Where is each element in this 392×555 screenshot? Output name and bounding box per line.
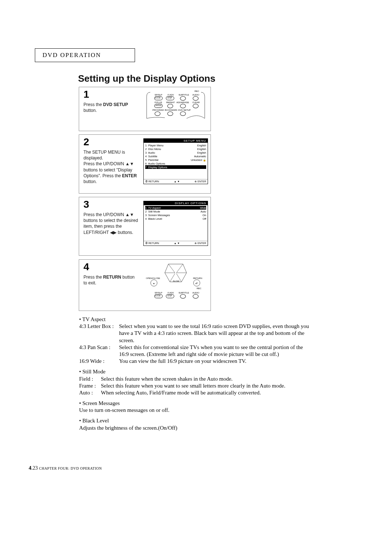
header-text: DVD OPERATION [42,52,101,58]
remote-label: SUBTITLE [179,292,189,294]
step-instruction: Press the UP/DOWN ▲▼ buttons to select t… [83,212,139,235]
desc-term: Frame : [79,382,101,389]
text-fragment: Press the UP/DOWN ▲▼ buttons to select t… [83,212,138,235]
remote-illustration: OPEN/CLOSE SLOW RETURN REC ▲ ↶ SP/SLP F.… [143,262,208,308]
menu-list: 1 Player MenuEnglish 2 Disc MenuEnglish … [144,143,208,170]
desc-term: Auto : [79,389,101,396]
menu-list: 1 TV AspectWide 2 Still ModeAuto 3 Scree… [144,205,208,222]
desc-body: Adjusts the brightness of the screen.(On… [79,425,311,432]
footer-enter: ⊕ ENTER [195,180,206,183]
desc-head: TV Aspect [79,316,311,323]
desc-row: 4:3 Letter Box : Select when you want to… [79,323,311,344]
desc-tv-aspect: TV Aspect 4:3 Letter Box : Select when y… [79,316,311,365]
description-block: TV Aspect 4:3 Letter Box : Select when y… [79,316,311,435]
step-1: 1 Press the DVD SETUP button. REC SP/SLP… [79,87,211,131]
desc-defn: Select this feature when the screen shak… [101,376,311,382]
section-header: DVD OPERATION [35,48,135,62]
desc-defn: Select this feature when you want to see… [101,382,311,389]
footer-arrows: ▲ ▼ [174,180,180,183]
menu-row-selected: 1 TV AspectWide [145,206,206,210]
menu-row: 4 SubtitleAutomatic [145,154,206,158]
desc-screen-messages: Screen Messages Use to turn on-screen me… [79,400,311,414]
remote-label-zoom: ZOOM [155,295,160,297]
desc-row: Field : Select this feature when the scr… [79,376,311,382]
menu-row: 2 Disc MenuEnglish [145,147,206,151]
menu-row-selected: 7 Display Options [145,165,206,169]
menu-row: 6 Audio Options [145,162,206,165]
desc-term: 4:3 Letter Box : [79,323,119,344]
text-bold: DVD SETUP [103,102,128,107]
remote-label-rec: REC [197,287,201,289]
desc-body: Use to turn on-screen messages on or off… [79,407,311,414]
remote-label: SP/SLP [155,292,162,294]
desc-row: Auto : When selecting Auto, Field/Frame … [79,389,311,396]
step-2: 2 The SETUP MENU is displayed. Press the… [79,134,211,194]
menu-footer: ⦿ RETURN ▲ ▼ ⊕ ENTER [144,241,208,246]
desc-defn: Select when you want to see the total 16… [119,323,311,344]
text-fragment: button. [83,108,97,113]
menu-row: 5 ParentalUnlocked 🔓 [145,158,206,162]
remote-label-step: STEP [167,295,172,297]
footer-return: ⦿ RETURN [145,180,159,183]
chapter-label: CHAPTER FOUR: DVD OPERATION [39,466,102,470]
step-number: 4 [83,261,89,273]
text-fragment: button. [83,179,97,184]
remote-label-return: RETURN [193,277,202,279]
menu-footer: ⦿ RETURN ▲ ▼ ⊕ ENTER [144,179,208,184]
menu-title: DISPLAY OPTIONS [144,201,208,205]
desc-defn: When selecting Auto, Field/Frame mode wi… [101,389,311,396]
return-icon: ↶ [195,282,198,285]
menu-row: 2 Still ModeAuto [145,210,206,213]
text-fragment: Press the [83,102,103,107]
footer-return: ⦿ RETURN [145,242,159,245]
step-instruction: The SETUP MENU is displayed. Press the U… [83,149,139,185]
step-4: 4 Press the RETURN button to exit. [79,259,211,311]
desc-still-mode: Still Mode Field : Select this feature w… [79,368,311,396]
step-3: 3 Press the UP/DOWN ▲▼ buttons to select… [79,197,211,256]
text-bold: RETURN [103,275,121,280]
remote-label-slow: SLOW [173,280,179,282]
desc-term: 4:3 Pan Scan : [79,344,119,358]
page-footer: 4.23 CHAPTER FOUR: DVD OPERATION [29,465,102,471]
desc-term: 16:9 Wide : [79,358,119,365]
menu-illustration: SETUP MENU 1 Player MenuEnglish 2 Disc M… [143,137,208,191]
menu-row: 4 Black LevelOff [145,217,206,220]
step-number: 2 [83,136,89,148]
menu-row: 1 Player MenuEnglish [145,143,206,147]
remote-button [180,294,186,299]
desc-defn: Select this for conventional size TVs wh… [119,344,311,358]
remote-label: AUDIO [192,292,199,294]
footer-enter: ⊕ ENTER [195,242,206,245]
remote-button [193,294,199,299]
footer-arrows: ▲ ▼ [174,242,180,245]
menu-row: 3 Screen MessagesOn [145,213,206,217]
desc-black-level: Black Level Adjusts the brightness of th… [79,417,311,431]
desc-term: Field : [79,376,101,382]
svg-line-0 [168,264,175,273]
desc-head: Still Mode [79,368,311,375]
remote-label-open: OPEN/CLOSE [146,277,160,279]
page-number-minor: 23 [33,465,38,471]
desc-head: Screen Messages [79,400,311,407]
menu-title: SETUP MENU [144,139,208,143]
text-bold: ENTER [122,173,137,178]
text-fragment: The SETUP MENU is displayed. [83,150,125,161]
page-number-major: 4 [29,465,32,471]
eject-icon: ▲ [153,282,155,284]
step-number: 3 [83,199,89,210]
desc-row: 16:9 Wide : You can view the full 16:9 p… [79,358,311,365]
page-title: Setting up the Display Options [78,73,215,84]
desc-head: Black Level [79,417,311,424]
menu-row: 3 AudioEnglish [145,151,206,154]
step-instruction: Press the DVD SETUP button. [83,102,139,113]
desc-row: 4:3 Pan Scan : Select this for conventio… [79,344,311,358]
remote-illustration: REC SP/SLP F.ADV SUBTITLE AUDIO ZOOM STE… [143,89,208,129]
remote-outline [143,89,207,121]
svg-line-1 [176,264,183,273]
remote-label: F.ADV [168,292,174,294]
desc-row: Frame : Select this feature when you wan… [79,382,311,389]
lock-icon: 🔓 [203,159,206,161]
text-fragment: Press the [83,275,103,280]
step-instruction: Press the RETURN button to exit. [83,274,139,286]
desc-defn: You can view the full 16:9 picture on yo… [119,358,311,365]
